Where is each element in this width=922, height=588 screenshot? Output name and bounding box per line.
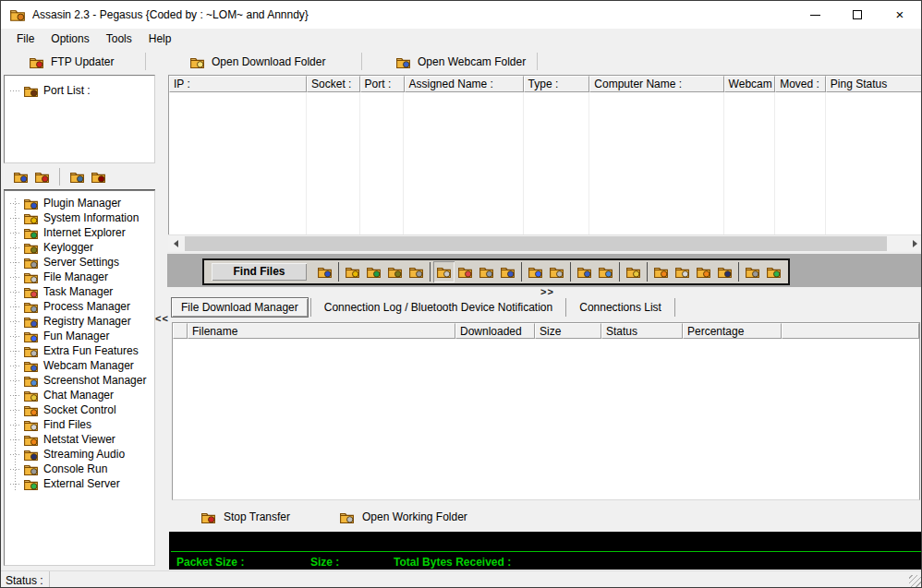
sidebar-item-netstat-viewer[interactable]: Netstat Viewer xyxy=(5,432,154,447)
internet-explorer-icon xyxy=(366,264,382,280)
save-settings-icon[interactable] xyxy=(69,169,85,185)
sidebar-item-find-files[interactable]: Find Files xyxy=(5,417,154,432)
find-files-button[interactable]: Find Files xyxy=(212,263,307,281)
scrollbar-thumb[interactable] xyxy=(185,236,887,251)
connections-col-webcam[interactable]: Webcam : xyxy=(724,76,776,92)
maximize-button[interactable] xyxy=(836,2,879,29)
scroll-right-button[interactable] xyxy=(907,235,921,252)
connections-body[interactable] xyxy=(169,92,921,234)
connections-col-ip[interactable]: IP : xyxy=(169,76,307,92)
tab-connections-list[interactable]: Connections List xyxy=(568,301,673,314)
port-list-item[interactable]: Port List : xyxy=(5,83,154,98)
download-col-downloaded[interactable]: Downloaded xyxy=(455,323,535,339)
open-working-folder-button[interactable]: Open Working Folder xyxy=(339,508,467,526)
disconnect-server-icon[interactable] xyxy=(34,169,50,185)
resize-grip[interactable] xyxy=(909,575,921,587)
download-col-empty[interactable] xyxy=(782,323,919,339)
connections-col-socket[interactable]: Socket : xyxy=(307,76,360,92)
sidebar-item-task-manager[interactable]: Task Manager xyxy=(5,284,154,299)
title-bar: Assasin 2.3 - Pegasus {Coded by : ~LOM~ … xyxy=(1,1,921,29)
toolbar-button-streaming-audio[interactable] xyxy=(714,261,735,282)
sidebar-item-system-information[interactable]: System Information xyxy=(5,210,154,225)
toolbar-button-screenshot-manager[interactable] xyxy=(595,261,616,282)
toolbar-button-file-manager[interactable] xyxy=(433,261,455,282)
toolbar-button-registry-manager[interactable] xyxy=(497,261,518,282)
tab-connection-log-bluetooth-device-notification[interactable]: Connection Log / Bluetooth Device Notifi… xyxy=(313,301,564,314)
sidebar-item-chat-manager[interactable]: Chat Manager xyxy=(5,388,154,402)
open-webcam-folder-button[interactable]: Open Webcam Folder xyxy=(390,51,531,73)
sidebar-item-registry-manager[interactable]: Registry Manager xyxy=(5,314,154,329)
menu-tools[interactable]: Tools xyxy=(98,30,140,48)
scroll-left-icon xyxy=(174,240,178,247)
toolbar-button-server-settings[interactable] xyxy=(406,261,427,282)
horizontal-scrollbar[interactable] xyxy=(168,234,921,251)
task-manager-icon xyxy=(23,284,39,300)
sidebar-item-plugin-manager[interactable]: Plugin Manager xyxy=(5,196,154,210)
sidebar-item-keylogger[interactable]: Keylogger xyxy=(5,240,154,255)
streaming-audio-icon xyxy=(717,264,733,280)
sidebar-item-file-manager[interactable]: File Manager xyxy=(5,270,154,284)
download-col-status[interactable]: Status xyxy=(601,323,683,339)
find-files-icon xyxy=(23,417,39,433)
toolbar-button-internet-explorer[interactable] xyxy=(363,261,384,282)
connections-col-ping-status[interactable]: Ping Status xyxy=(826,76,921,92)
sidebar-item-socket-control[interactable]: Socket Control xyxy=(5,402,154,417)
minimize-button[interactable] xyxy=(794,2,836,29)
menu-file[interactable]: File xyxy=(8,30,42,48)
menu-help[interactable]: Help xyxy=(140,30,180,48)
connect-server-icon[interactable] xyxy=(13,169,29,185)
toolbar-button-console-run[interactable] xyxy=(742,261,763,282)
menu-options[interactable]: Options xyxy=(42,30,97,48)
toolbar-button-keylogger[interactable] xyxy=(384,261,406,282)
download-col-empty[interactable] xyxy=(173,323,188,339)
lock-server-icon[interactable] xyxy=(91,169,106,185)
sidebar-item-fun-manager[interactable]: Fun Manager xyxy=(5,329,154,343)
toolbar-button-plugin-manager[interactable] xyxy=(314,261,335,282)
download-col-filename[interactable]: Filename xyxy=(188,323,455,339)
toolbar-button-chat-manager[interactable] xyxy=(623,261,644,282)
tree-connector xyxy=(10,262,21,263)
sidebar-item-internet-explorer[interactable]: Internet Explorer xyxy=(5,225,154,240)
connections-col-assigned-name[interactable]: Assigned Name : xyxy=(405,76,524,92)
open-download-folder-button[interactable]: Open Download Folder xyxy=(184,51,331,73)
system-information-icon xyxy=(23,210,39,226)
keylogger-icon xyxy=(387,264,403,280)
toolbar-button-fun-manager[interactable] xyxy=(525,261,546,282)
toolbar-button-process-manager[interactable] xyxy=(476,261,497,282)
sidebar-item-screenshot-manager[interactable]: Screenshot Manager xyxy=(5,373,154,388)
toolbar-button-socket-control[interactable] xyxy=(650,261,672,282)
scroll-left-button[interactable] xyxy=(168,235,184,252)
sidebar-item-webcam-manager[interactable]: Webcam Manager xyxy=(5,358,154,373)
server-settings-icon xyxy=(23,255,39,270)
toolbar-button-webcam-manager[interactable] xyxy=(574,261,595,282)
sidebar-item-console-run[interactable]: Console Run xyxy=(5,462,154,476)
app-icon xyxy=(9,6,26,23)
toolbar-button-external-server[interactable] xyxy=(763,261,784,282)
netstat-viewer-icon xyxy=(23,432,39,448)
toolbar-button-task-manager[interactable] xyxy=(455,261,476,282)
connections-col-computer-name[interactable]: Computer Name : xyxy=(589,76,723,92)
external-server-icon xyxy=(23,476,39,492)
download-col-size[interactable]: Size xyxy=(535,323,601,339)
sidebar-item-server-settings[interactable]: Server Settings xyxy=(5,255,154,270)
collapse-left-control[interactable]: << xyxy=(155,313,169,324)
toolbar-button-extra-fun-features[interactable] xyxy=(546,261,567,282)
sidebar-item-process-manager[interactable]: Process Manager xyxy=(5,299,154,314)
sidebar-item-extra-fun-features[interactable]: Extra Fun Features xyxy=(5,343,154,358)
stop-transfer-button[interactable]: Stop Transfer xyxy=(200,508,290,526)
toolbar-button-system-information[interactable] xyxy=(342,261,363,282)
find-toolbar-icons xyxy=(314,261,784,282)
toolbar-button-netstat-viewer[interactable] xyxy=(693,261,714,282)
connections-col-moved[interactable]: Moved : xyxy=(775,76,826,92)
ftp-updater-button[interactable]: FTP Updater xyxy=(23,51,119,73)
sidebar-item-streaming-audio[interactable]: Streaming Audio xyxy=(5,447,154,462)
tab-strip: File Download ManagerConnection Log / Bl… xyxy=(171,296,677,318)
sidebar-item-external-server[interactable]: External Server xyxy=(5,476,154,491)
connections-col-type[interactable]: Type : xyxy=(524,76,590,92)
download-col-percentage[interactable]: Percentage xyxy=(683,323,782,339)
close-button[interactable]: × xyxy=(879,2,921,29)
tab-file-download-manager[interactable]: File Download Manager xyxy=(171,297,309,318)
download-body[interactable] xyxy=(173,339,919,500)
connections-col-port[interactable]: Port : xyxy=(360,76,405,92)
toolbar-button-find-files[interactable] xyxy=(672,261,693,282)
